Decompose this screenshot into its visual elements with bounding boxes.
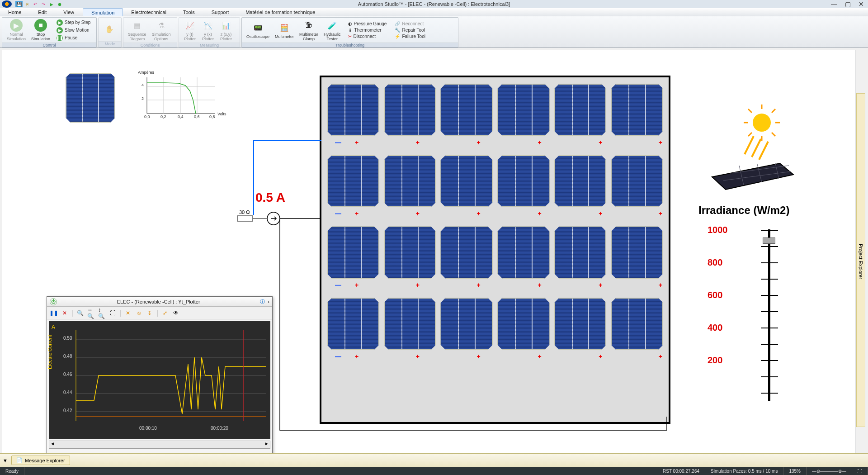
panel-cell[interactable] xyxy=(327,155,379,208)
qa-stop-icon[interactable]: ⏺ xyxy=(56,1,63,7)
panel-cell[interactable] xyxy=(611,226,663,279)
plus-terminal: + xyxy=(531,353,592,363)
plotter-scrollbar[interactable] xyxy=(49,441,270,449)
snap-icon[interactable]: ⤢ xyxy=(161,309,169,317)
panel-cell[interactable] xyxy=(384,155,436,208)
panel-cell[interactable] xyxy=(497,155,550,208)
ribbon-group-measuring: 📈y (t) Plotter 📉y (x) Plotter 📊z (x,y) P… xyxy=(179,17,240,48)
plotter-title-bar[interactable]: ⏻ ELEC - (Renewable -Cell) : Yt_Plotter … xyxy=(47,297,272,307)
zoom-tool-icon[interactable]: 🔍 xyxy=(76,309,84,317)
panel-cell[interactable] xyxy=(327,298,379,350)
stop-simulation-button[interactable]: ■ Stop Simulation xyxy=(28,18,53,42)
panel-cell[interactable] xyxy=(497,298,550,350)
tab-tools[interactable]: Tools xyxy=(175,8,203,16)
help-icon[interactable]: ⓘ xyxy=(260,298,265,305)
slow-icon: ▶ xyxy=(57,27,63,33)
failure-icon: ⚡ xyxy=(395,34,400,39)
eye-icon[interactable]: 👁 xyxy=(172,309,180,317)
tab-home[interactable]: Home xyxy=(0,8,30,16)
single-solar-cell[interactable] xyxy=(66,73,115,123)
step-by-step-button[interactable]: ▶Step by Step xyxy=(55,19,92,26)
message-explorer-button[interactable]: 📄 Message Explorer xyxy=(11,456,70,465)
stop-icon: ■ xyxy=(34,19,47,32)
svg-line-15 xyxy=(748,109,752,113)
panel-cell[interactable] xyxy=(497,84,550,136)
mode-button[interactable]: ✋ xyxy=(100,22,118,37)
panel-cell[interactable] xyxy=(611,155,663,208)
zoom-slider[interactable]: —⊖————⊕— xyxy=(807,467,852,475)
tab-electrotechnical[interactable]: Electrotechnical xyxy=(123,8,175,16)
oscilloscope-button[interactable]: 📟Oscilloscope xyxy=(244,20,272,40)
slow-motion-button[interactable]: ▶Slow Motion xyxy=(55,27,92,34)
clear-tool-icon[interactable]: ✕ xyxy=(61,309,69,317)
normal-simulation-button[interactable]: ▶ Normal Simulation xyxy=(4,18,28,42)
thermometer-button[interactable]: 🌡Thermometer xyxy=(346,27,389,33)
cursor3-icon[interactable]: ↧ xyxy=(146,309,154,317)
pressure-gauge-button[interactable]: ◐Pressure Gauge xyxy=(346,21,389,27)
cursor2-icon[interactable]: ⎋ xyxy=(135,309,143,317)
reconnect-button[interactable]: 🔗Reconnect xyxy=(393,21,427,27)
panel-cell[interactable] xyxy=(384,84,436,136)
yt-plotter-button[interactable]: 📈y (t) Plotter xyxy=(181,18,199,42)
hide-pane-icon[interactable]: ▼ xyxy=(3,458,8,463)
yt-plotter-window[interactable]: ⏻ ELEC - (Renewable -Cell) : Yt_Plotter … xyxy=(47,296,273,456)
panel-cell[interactable] xyxy=(384,226,436,279)
panel-cell[interactable] xyxy=(554,298,607,350)
hydraulic-tester-button[interactable]: 🧪Hydraulic Tester xyxy=(321,18,344,42)
ribbon-group-control: ▶ Normal Simulation ■ Stop Simulation ▶S… xyxy=(2,17,97,48)
pause-button[interactable]: ❚❚Pause xyxy=(55,34,92,42)
wrench-icon: 🔧 xyxy=(395,28,400,33)
tab-edit[interactable]: Edit xyxy=(30,8,55,16)
panel-cell[interactable] xyxy=(554,226,607,279)
qa-save-icon[interactable]: 💾 xyxy=(15,1,23,7)
panel-cell[interactable] xyxy=(384,298,436,350)
panel-cell[interactable] xyxy=(440,155,493,208)
panel-cell[interactable] xyxy=(327,84,379,136)
sequence-diagram-button[interactable]: ▤Sequence Diagram xyxy=(125,18,149,42)
tab-support[interactable]: Support xyxy=(203,8,238,16)
panel-cell[interactable] xyxy=(440,226,493,279)
cursor1-icon[interactable]: ✕ xyxy=(124,309,132,317)
panel-cell[interactable] xyxy=(611,298,663,350)
panel-cell[interactable] xyxy=(554,155,607,208)
panel-cell[interactable] xyxy=(440,298,493,350)
multimeter-clamp-button[interactable]: 🗜Multimeter Clamp xyxy=(297,18,321,42)
fit-icon[interactable]: ⛶ xyxy=(108,309,117,317)
multimeter-button[interactable]: 🧮Multimeter xyxy=(272,20,297,40)
diagram-canvas[interactable]: Ampères 4 2 0,0 0,2 0,4 0,6 0,8 Volts 0.… xyxy=(2,50,855,470)
fit-screen-icon[interactable]: ⛶ xyxy=(852,467,868,475)
repair-tool-button[interactable]: 🔧Repair Tool xyxy=(393,27,427,33)
zoom-y-icon[interactable]: ↕🔍 xyxy=(98,309,106,317)
panel-cell[interactable] xyxy=(611,84,663,136)
failure-tool-button[interactable]: ⚡Failure Tool xyxy=(393,33,427,39)
panel-cell[interactable] xyxy=(554,84,607,136)
disconnect-button[interactable]: ✂Disconnect xyxy=(346,33,389,39)
expand-icon[interactable]: › xyxy=(268,299,269,304)
tab-view[interactable]: View xyxy=(55,8,83,16)
panel-cell[interactable] xyxy=(327,226,379,279)
svg-line-17 xyxy=(748,133,752,136)
yx-plotter-button[interactable]: 📉y (x) Plotter xyxy=(199,18,217,42)
irradiance-slider[interactable]: 1000 800 600 400 200 xyxy=(708,225,789,397)
slider-knob[interactable] xyxy=(763,238,775,244)
svg-line-20 xyxy=(752,139,761,157)
minimize-button[interactable]: — xyxy=(827,0,841,8)
solar-panel-array[interactable]: —++++++—++++++—++++++—++++++ xyxy=(320,76,670,424)
qa-undo-icon[interactable]: ↶ xyxy=(32,1,39,7)
close-button[interactable]: ✕ xyxy=(854,0,868,8)
zoom-x-icon[interactable]: ↔🔍 xyxy=(87,309,95,317)
qa-redo-icon[interactable]: ↷ xyxy=(40,1,47,7)
panel-cell[interactable] xyxy=(497,226,550,279)
panel-cell[interactable] xyxy=(440,84,493,136)
power-icon[interactable]: ⏻ xyxy=(50,298,57,305)
zxy-plotter-button[interactable]: 📊z (x,y) Plotter xyxy=(217,18,235,42)
plus-terminal: + xyxy=(471,281,532,291)
pause-tool-icon[interactable]: ❚❚ xyxy=(50,309,58,317)
qa-play-icon[interactable]: ▶ xyxy=(48,1,55,7)
simulation-options-button[interactable]: ⚗Simulation Options xyxy=(149,18,174,42)
project-explorer-tab[interactable]: Project Explorer xyxy=(856,93,865,427)
tab-simulation[interactable]: Simulation xyxy=(83,8,123,16)
maximize-button[interactable]: ▢ xyxy=(841,0,854,8)
qa-copy-icon[interactable]: ⎘ xyxy=(24,1,31,7)
tab-training[interactable]: Matériel de formation technique xyxy=(237,8,324,16)
